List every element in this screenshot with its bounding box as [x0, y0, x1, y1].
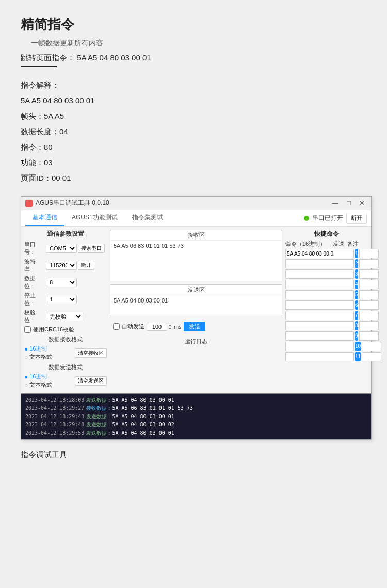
- tab-cmd-set-test[interactable]: 指令集测试: [125, 210, 170, 226]
- close-button[interactable]: ✕: [357, 199, 367, 207]
- header-send: 发送: [331, 240, 346, 248]
- quick-cmd-send-btn-8[interactable]: 8: [355, 321, 358, 330]
- cmd: 指令：80: [21, 139, 366, 155]
- quick-cmd-row: 2: [285, 259, 368, 268]
- center-panel: 接收区 5A A5 06 83 01 01 01 53 73 发送区 5A A5…: [110, 230, 282, 390]
- header-note: 备注: [347, 240, 368, 248]
- quick-cmd-input-11[interactable]: [285, 352, 354, 361]
- divider: [21, 66, 57, 67]
- quick-cmd-send-btn-9[interactable]: 9: [355, 331, 358, 341]
- comm-params-title: 通信参数设置: [24, 230, 107, 239]
- data-bits-label: 数据位：: [24, 275, 45, 290]
- left-panel: 通信参数设置 串口号： COM5 搜索串口 波特率： 115200 断开 数据位…: [24, 230, 107, 390]
- quick-cmd-row: 11: [285, 352, 368, 361]
- jump-command-value: 5A A5 04 80 03 00 01: [77, 53, 151, 62]
- quick-cmd-note-1[interactable]: [359, 249, 379, 258]
- clear-send-button[interactable]: 清空发送区: [75, 376, 107, 386]
- interval-up-arrow[interactable]: ▲: [168, 323, 172, 327]
- quick-cmd-send-btn-11[interactable]: 11: [355, 352, 361, 361]
- baud-label: 波特率：: [24, 258, 45, 273]
- quick-cmd-input-7[interactable]: [285, 311, 354, 320]
- minimize-button[interactable]: —: [330, 199, 341, 207]
- quick-cmd-send-btn-6[interactable]: 6: [355, 300, 358, 310]
- recv-text-row: ○ 文本格式: [24, 353, 52, 361]
- auto-send-checkbox[interactable]: [113, 323, 120, 330]
- quick-cmd-note-8[interactable]: [359, 321, 379, 330]
- quick-cmd-input-1[interactable]: [285, 249, 354, 258]
- quick-cmd-input-4[interactable]: [285, 280, 354, 289]
- quick-cmd-note-5[interactable]: [359, 290, 379, 299]
- baud-select[interactable]: 115200: [46, 261, 77, 270]
- agus-window: AGUS串口调试工具 0.0.10 — □ ✕ 基本通信 AGUS1功能测试 指…: [21, 196, 372, 440]
- quick-cmd-input-10[interactable]: [285, 342, 354, 351]
- quick-cmd-send-btn-7[interactable]: 7: [355, 311, 358, 320]
- quick-cmd-note-7[interactable]: [359, 311, 379, 320]
- ms-label: ms: [174, 324, 182, 330]
- stop-bits-row: 停止位： 1: [24, 292, 107, 307]
- quick-cmd-input-9[interactable]: [285, 331, 354, 341]
- quick-cmd-input-5[interactable]: [285, 290, 354, 299]
- auto-send-row: 自动发送 ▲ ▼ ms 发送: [110, 320, 282, 333]
- check-bits-select[interactable]: 无校验: [46, 312, 83, 321]
- tab-agus1-test[interactable]: AGUS1功能测试: [64, 210, 125, 226]
- quick-cmd-input-3[interactable]: [285, 269, 354, 279]
- quick-cmd-note-9[interactable]: [359, 331, 379, 341]
- footer-label: 指令调试工具: [21, 450, 366, 460]
- quick-cmd-note-6[interactable]: [359, 300, 379, 310]
- log-line: 2023-04-12 18:29:48发送数据：5A A5 04 80 03 0…: [25, 421, 367, 429]
- crc-checkbox-row: 使用CRC16校验: [24, 326, 107, 333]
- quick-cmd-row: 7: [285, 311, 368, 320]
- quick-cmd-note-3[interactable]: [359, 269, 379, 279]
- port-status-text: 串口已打开: [312, 214, 343, 223]
- quick-cmd-row: 9: [285, 331, 368, 341]
- quick-cmd-send-btn-1[interactable]: 1: [355, 249, 358, 258]
- app-icon: [25, 200, 33, 207]
- quick-cmd-note-11[interactable]: [362, 352, 381, 361]
- check-bits-label: 校验位：: [24, 309, 45, 324]
- recv-format-title: 数据接收格式: [24, 336, 107, 343]
- quick-cmd-send-btn-5[interactable]: 5: [355, 290, 358, 299]
- data-bits-select[interactable]: 8: [46, 278, 77, 287]
- header-cmd: 命令（16进制）: [285, 240, 330, 248]
- jump-command-label: 跳转页面指令：: [21, 53, 75, 62]
- quick-cmd-row: 3: [285, 269, 368, 279]
- interval-down-arrow[interactable]: ▼: [168, 327, 172, 330]
- quick-cmd-input-2[interactable]: [285, 259, 354, 268]
- quick-cmd-send-btn-3[interactable]: 3: [355, 269, 358, 279]
- quick-cmd-rows: 1234567891011: [285, 249, 368, 361]
- port-select[interactable]: COM5: [46, 244, 77, 253]
- stop-bits-select[interactable]: 1: [46, 295, 77, 304]
- crc-checkbox[interactable]: [24, 326, 31, 333]
- quick-cmd-send-btn-10[interactable]: 10: [355, 342, 361, 351]
- status-dot-icon: [304, 216, 309, 221]
- right-panel: 快捷命令 命令（16进制） 发送 备注 1234567891011: [285, 230, 368, 390]
- send-area-content[interactable]: 5A A5 04 80 03 00 01: [110, 295, 282, 316]
- clear-recv-button[interactable]: 清空接收区: [75, 348, 107, 358]
- log-line: 2023-04-12 18:29:53发送数据：5A A5 04 80 03 0…: [25, 429, 367, 437]
- quick-cmd-note-10[interactable]: [362, 342, 381, 351]
- auto-send-interval-input[interactable]: [147, 323, 167, 331]
- quick-cmd-input-8[interactable]: [285, 321, 354, 330]
- quick-cmd-row: 6: [285, 300, 368, 310]
- quick-cmd-note-4[interactable]: [359, 280, 379, 289]
- quick-cmd-send-btn-2[interactable]: 2: [355, 259, 358, 268]
- main-content: 通信参数设置 串口号： COM5 搜索串口 波特率： 115200 断开 数据位…: [21, 227, 371, 393]
- send-button[interactable]: 发送: [184, 322, 205, 331]
- auto-send-label: 自动发送: [122, 323, 144, 330]
- recv-area-content: 5A A5 06 83 01 01 01 53 73: [110, 241, 282, 261]
- quick-cmd-send-btn-4[interactable]: 4: [355, 280, 358, 289]
- maximize-button[interactable]: □: [345, 199, 353, 207]
- crc-label: 使用CRC16校验: [33, 326, 74, 333]
- quick-cmd-row: 8: [285, 321, 368, 330]
- window-title: AGUS串口调试工具 0.0.10: [36, 199, 109, 208]
- disconnect-button[interactable]: 断开: [346, 213, 367, 224]
- quick-cmd-note-2[interactable]: [359, 259, 379, 268]
- baud-disconnect-button[interactable]: 断开: [78, 261, 94, 270]
- recv-hex-label: 16进制: [29, 345, 47, 353]
- log-line: 2023-04-12 18:28:03发送数据：5A A5 04 80 03 0…: [25, 396, 367, 404]
- func: 功能：03: [21, 155, 366, 170]
- jump-command: 跳转页面指令： 5A A5 04 80 03 00 01: [21, 53, 366, 63]
- quick-cmd-input-6[interactable]: [285, 300, 354, 310]
- search-port-button[interactable]: 搜索串口: [78, 244, 105, 253]
- tab-basic-comm[interactable]: 基本通信: [25, 210, 64, 226]
